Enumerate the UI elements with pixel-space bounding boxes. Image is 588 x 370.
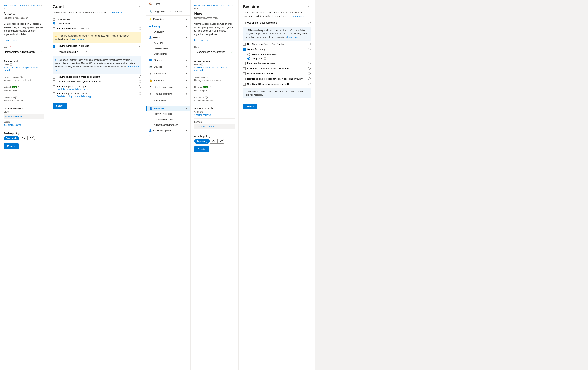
session-learn-more[interactable]: Learn more [291,15,305,17]
grant-info-icon[interactable]: i [10,110,12,113]
require-protection-checkbox[interactable] [52,92,55,95]
customize-continuous-item[interactable]: Customize continuous access evaluation i [243,67,311,70]
require-protection-item[interactable]: Require app protection policy See list o… [52,92,141,98]
nav-identity-governance[interactable]: ⊙ Identity governance ▼ [146,84,190,90]
toggle-on-btn-right[interactable]: On [210,139,218,143]
breadcrumb-right-directory[interactable]: Default Directory [202,4,218,7]
breadcrumb-directory[interactable]: Default Directory [11,4,27,7]
session-value-right[interactable]: 0 controls selected [196,125,233,128]
session-close-btn[interactable]: × [307,4,311,10]
require-auth-strength-item[interactable]: ✓ Require authentication strength i [52,44,141,48]
nav-home-item[interactable]: 🏠 Home [146,0,190,8]
mfa-info-icon[interactable]: i [139,27,141,30]
toggle-off-btn[interactable]: Off [27,136,35,141]
name-input[interactable]: Passwordless Authentication ✓ [4,49,44,54]
periodic-radio[interactable] [247,53,250,56]
customize-continuous-info-icon[interactable]: i [308,67,311,70]
require-mfa-checkbox[interactable] [52,27,55,30]
nav-identity-protection[interactable]: Identity Protection [146,111,190,117]
require-approved-item[interactable]: Require approved client app See list of … [52,85,141,90]
protection-info-icon[interactable]: i [139,92,141,95]
session-info-icon[interactable]: i [12,120,14,123]
require-token-info-icon[interactable]: i [308,77,311,80]
persistent-browser-info-icon[interactable]: i [308,62,311,65]
grant-value-right[interactable]: 1 control selected [194,114,235,116]
learn-more-left[interactable]: Learn more [4,39,18,42]
require-hybrid-item[interactable]: Require Microsoft Entra hybrid joined de… [52,80,141,83]
device-info-icon[interactable]: i [139,76,141,78]
require-auth-strength-checkbox[interactable]: ✓ [52,45,55,48]
require-device-item[interactable]: Require device to be marked as compliant… [52,76,141,78]
require-hybrid-checkbox[interactable] [52,80,55,83]
learn-more-right[interactable]: Learn more [194,39,208,42]
users-value[interactable]: All users included and specific users ex… [4,66,44,71]
conditions-value-right[interactable]: 0 conditions selected [194,99,235,102]
breadcrumb-right-test[interactable]: test [228,4,231,7]
grant-access-radio[interactable] [52,22,55,25]
breadcrumb-test[interactable]: test [37,4,41,7]
breadcrumb-users[interactable]: Users [29,4,35,7]
create-button-right[interactable]: Create [194,146,209,152]
breadcrumb-home[interactable]: Home [4,4,9,7]
network-info-icon[interactable]: i [18,86,21,88]
app-enforced-item[interactable]: Use app enforced restrictions i [243,21,311,24]
grant-access-option[interactable]: Grant access [52,22,141,25]
global-secure-checkbox[interactable] [243,83,246,86]
nav-favorites-header[interactable]: ⭐ Favorites ▼ [146,16,190,22]
require-token-checkbox[interactable] [243,78,246,80]
persistent-browser-item[interactable]: Persistent browser session i [243,62,311,65]
auth-strength-dropdown[interactable]: Passwordless MFA ▼ [57,49,89,54]
nav-identity-header[interactable]: ◆ Identity ▲ [146,23,190,29]
session-info-icon-right[interactable]: i [202,121,205,123]
name-input-right[interactable]: Passwordless Authentication ✓ [194,49,235,54]
disable-resilience-info-icon[interactable]: i [308,72,311,75]
block-access-radio[interactable] [52,18,55,21]
toggle-on-btn[interactable]: On [20,136,27,141]
network-value-right[interactable]: Not configured [194,89,235,92]
users-info-icon-right[interactable]: i [200,63,203,66]
every-time-option[interactable]: Every time i [247,57,311,60]
breadcrumb-right-users[interactable]: Users [220,4,225,7]
grant-close-btn[interactable]: × [138,4,141,10]
global-secure-info-icon[interactable]: i [308,83,311,85]
grant-select-btn[interactable]: Select [52,103,67,109]
users-info-icon[interactable]: i [10,63,12,66]
toggle-report-btn-right[interactable]: Report-only [194,139,210,143]
ca-app-control-checkbox[interactable] [243,43,246,46]
toggle-off-btn-right[interactable]: Off [218,139,225,143]
target-resources-value-right[interactable]: No target resources selected [194,79,235,82]
info-box1-learn-more[interactable]: Learn more [287,36,301,38]
app-enforced-info-icon[interactable]: i [308,22,311,24]
warning-learn-more[interactable]: Learn more [71,38,84,41]
persistent-browser-checkbox[interactable] [243,62,246,65]
ca-app-info-icon[interactable]: i [308,43,311,45]
global-secure-item[interactable]: Use Global Secure Access security profil… [243,83,311,86]
grant-learn-more[interactable]: Learn more [108,11,122,14]
grant-value[interactable]: 0 controls selected [5,115,42,118]
target-resources-value[interactable]: No target resources selected [4,79,44,82]
create-button-left[interactable]: Create [4,143,19,149]
require-device-checkbox[interactable] [52,76,55,78]
protection-apps-link[interactable]: See list of policy protected client apps [57,95,95,98]
conditions-value[interactable]: 0 conditions selected [4,99,44,102]
nav-deleted-users[interactable]: Deleted users [146,46,190,51]
nav-auth-methods[interactable]: Authentication methods [146,122,190,128]
ca-app-control-item[interactable]: Use Conditional Access App Control i [243,43,311,46]
auth-strength-info-icon[interactable]: i [139,44,141,47]
nav-show-more[interactable]: ··· Show more [146,97,190,104]
require-mfa-item[interactable]: Require multifactor authentication i [52,27,141,30]
app-enforced-checkbox[interactable] [243,22,246,24]
session-select-btn[interactable]: Select [243,104,257,109]
network-value[interactable]: Not configured [4,89,44,92]
require-token-item[interactable]: Require token protection for sign-in ses… [243,77,311,80]
title-menu-left[interactable]: ... [13,12,16,16]
nav-learn-support[interactable]: 👤 Learn & support ▲ [146,128,190,133]
nav-user-settings[interactable]: User settings [146,51,190,57]
toggle-report-btn[interactable]: Report-only [4,136,19,141]
approved-info-icon[interactable]: i [139,85,141,87]
nav-applications[interactable]: ⊞ Applications ▼ [146,70,190,77]
hybrid-info-icon[interactable]: i [139,80,141,83]
nav-all-users[interactable]: All users [146,40,190,46]
approved-apps-link[interactable]: See list of approved client apps [57,88,89,90]
require-approved-checkbox[interactable] [52,85,55,88]
